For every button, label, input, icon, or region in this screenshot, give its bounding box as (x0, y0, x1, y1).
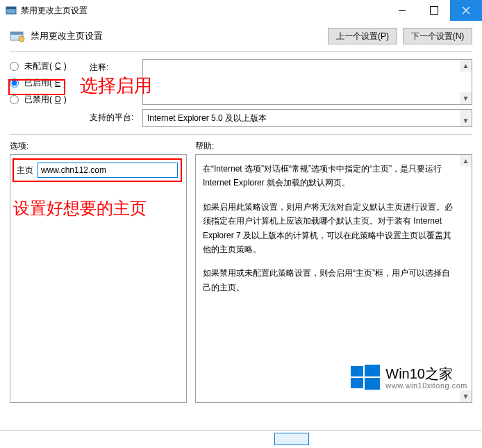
scroll-up-icon[interactable]: ▲ (460, 60, 472, 72)
svg-rect-8 (365, 378, 380, 390)
watermark-brand: Win10之家 (385, 366, 467, 381)
options-panel: 主页 设置好想要的主页 (10, 154, 187, 403)
state-radio-group: 未配置(C) 已启用(E) 已禁用(D) (10, 58, 90, 127)
annotation-set-homepage: 设置好想要的主页 (13, 197, 182, 219)
previous-setting-button[interactable]: 上一个设置(P) (328, 28, 397, 44)
app-icon (6, 5, 17, 16)
options-label: 选项: (10, 140, 187, 154)
comment-label: 注释: (90, 59, 137, 105)
scroll-down-icon[interactable]: ▼ (460, 115, 472, 126)
watermark: Win10之家 www.win10xitong.com (349, 362, 467, 394)
help-paragraph: 如果禁用或未配置此策略设置，则会启用“主页”框，用户可以选择自己的主页。 (203, 266, 456, 294)
platform-field: Internet Explorer 5.0 及以上版本 ▲ ▼ (142, 109, 472, 127)
help-panel: 在“Internet 选项”对话框“常规”选项卡中指定的“主页”，是只要运行 I… (195, 154, 472, 403)
svg-rect-7 (351, 378, 363, 388)
scroll-up-icon[interactable]: ▲ (460, 155, 472, 167)
radio-disabled-input[interactable] (10, 95, 19, 104)
minimize-button[interactable] (386, 0, 418, 21)
watermark-url: www.win10xitong.com (385, 381, 467, 390)
title-bar: 禁用更改主页设置 (0, 0, 482, 21)
svg-rect-3 (10, 32, 23, 35)
comment-textarea[interactable]: ▲ ▼ (142, 59, 472, 105)
radio-enabled[interactable]: 已启用(E) (10, 74, 90, 91)
header: 禁用更改主页设置 上一个设置(P) 下一个设置(N) (0, 21, 482, 49)
homepage-input[interactable] (38, 163, 178, 178)
scroll-down-icon[interactable]: ▼ (460, 390, 472, 402)
svg-rect-6 (365, 365, 380, 376)
window-title: 禁用更改主页设置 (21, 5, 386, 17)
homepage-label: 主页 (17, 165, 33, 176)
platform-label: 支持的平台: (90, 109, 137, 127)
footer-button[interactable] (274, 433, 309, 445)
scroll-down-icon[interactable]: ▼ (460, 92, 472, 104)
close-button[interactable] (450, 0, 482, 21)
svg-point-4 (19, 36, 24, 42)
policy-icon (10, 29, 25, 43)
help-paragraph: 如果启用此策略设置，则用户将无法对自定义默认主页进行设置。必须指定在用户计算机上… (203, 200, 456, 257)
platform-value: Internet Explorer 5.0 及以上版本 (147, 113, 267, 124)
windows-logo-icon (349, 362, 381, 394)
footer (0, 430, 482, 448)
annotation-box-homepage: 主页 (13, 158, 182, 182)
radio-disabled[interactable]: 已禁用(D) (10, 91, 90, 108)
help-label: 帮助: (195, 140, 472, 154)
page-title: 禁用更改主页设置 (31, 30, 328, 42)
svg-rect-1 (6, 7, 16, 9)
radio-enabled-input[interactable] (10, 78, 19, 88)
maximize-button[interactable] (418, 0, 450, 21)
radio-not-configured-input[interactable] (10, 62, 19, 71)
help-paragraph: 在“Internet 选项”对话框“常规”选项卡中指定的“主页”，是只要运行 I… (203, 162, 456, 190)
svg-rect-5 (351, 366, 363, 376)
radio-not-configured[interactable]: 未配置(C) (10, 58, 90, 74)
next-setting-button[interactable]: 下一个设置(N) (403, 28, 472, 44)
